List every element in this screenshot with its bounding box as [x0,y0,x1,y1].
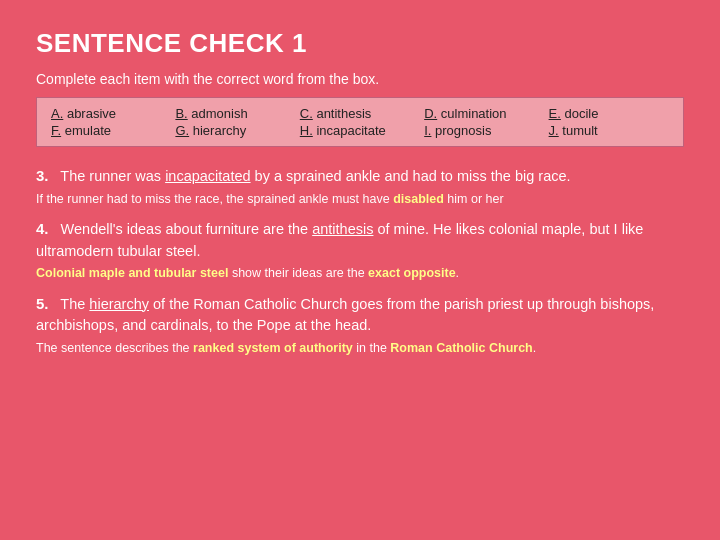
word-item-j: J. tumult [549,123,669,138]
word-item-e: E. docile [549,106,669,121]
word-item-h: H. incapacitate [300,123,420,138]
word-item-b: B. admonish [175,106,295,121]
page-title: SENTENCE CHECK 1 [36,28,684,59]
word-item-f: F. emulate [51,123,171,138]
question-3-explanation: If the runner had to miss the race, the … [36,190,684,208]
word-box: A. abrasive B. admonish C. antithesis D.… [36,97,684,147]
word-box-inner: A. abrasive B. admonish C. antithesis D.… [51,106,669,138]
question-3-blank: incapacitated [165,168,250,184]
page-subtitle: Complete each item with the correct word… [36,71,684,87]
question-4-blank: antithesis [312,221,373,237]
question-4-explanation: Colonial maple and tubular steel show th… [36,264,684,282]
question-5: 5. The hierarchy of the Roman Catholic C… [36,293,684,358]
page: SENTENCE CHECK 1 Complete each item with… [0,0,720,540]
question-5-blank: hierarchy [89,296,149,312]
question-3-text: 3. The runner was incapacitated by a spr… [36,165,684,188]
word-item-d: D. culmination [424,106,544,121]
question-4-text: 4. Wendell's ideas about furniture are t… [36,218,684,263]
question-4: 4. Wendell's ideas about furniture are t… [36,218,684,283]
question-3-number: 3. [36,167,49,184]
question-5-number: 5. [36,295,49,312]
word-item-i: I. prognosis [424,123,544,138]
question-5-text: 5. The hierarchy of the Roman Catholic C… [36,293,684,338]
question-3: 3. The runner was incapacitated by a spr… [36,165,684,208]
question-5-explanation: The sentence describes the ranked system… [36,339,684,357]
word-item-c: C. antithesis [300,106,420,121]
word-item-a: A. abrasive [51,106,171,121]
word-item-g: G. hierarchy [175,123,295,138]
question-4-number: 4. [36,220,49,237]
